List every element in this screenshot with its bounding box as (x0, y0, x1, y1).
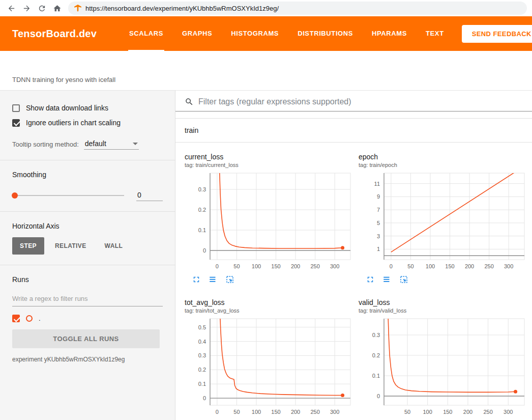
home-icon[interactable] (51, 2, 63, 14)
fit-domain-icon[interactable] (399, 275, 408, 284)
svg-text:100: 100 (423, 409, 432, 415)
expand-chart-icon[interactable] (366, 275, 375, 284)
nav-tabs: SCALARS GRAPHS HISTOGRAMS DISTRIBUTIONS … (128, 16, 462, 51)
axis-wall-button[interactable]: WALL (97, 237, 131, 255)
svg-text:0.2: 0.2 (198, 367, 206, 373)
show-download-links-checkbox[interactable]: Show data download links (12, 104, 163, 112)
axis-step-button[interactable]: STEP (12, 237, 44, 255)
svg-text:11: 11 (374, 181, 380, 187)
tooltip-sorting-value: default (85, 139, 106, 148)
chart-tag: tag: train/tot_avg_loss (185, 307, 355, 314)
svg-text:150: 150 (445, 263, 454, 269)
svg-text:0: 0 (216, 409, 219, 415)
svg-text:50: 50 (233, 263, 240, 269)
svg-text:250: 250 (484, 263, 493, 269)
tag-group-card: train current_loss tag: train/current_lo… (175, 118, 532, 420)
runs-filter-field (12, 292, 163, 306)
smoothing-label: Smoothing (12, 171, 163, 179)
svg-text:0.5: 0.5 (198, 324, 206, 330)
smoothing-slider[interactable] (12, 195, 124, 196)
checkbox-checked-icon[interactable] (12, 119, 20, 127)
tab-distributions[interactable]: DISTRIBUTIONS (297, 16, 354, 51)
chart-tag: tag: train/valid_loss (359, 307, 529, 314)
tag-group-header[interactable]: train (175, 119, 532, 143)
svg-text:300: 300 (330, 263, 339, 269)
fit-domain-icon[interactable] (225, 275, 234, 284)
scalar-chart-card-tot-avg-loss: tot_avg_loss tag: train/tot_avg_loss 050… (185, 298, 355, 420)
axis-relative-button[interactable]: RELATIVE (47, 237, 94, 255)
chart-title: tot_avg_loss (185, 298, 355, 306)
svg-text:0: 0 (203, 395, 206, 401)
chart-tag: tag: train/epoch (359, 162, 529, 168)
experiment-title-bar: TDNN training for yesno with icefall (0, 51, 532, 91)
svg-text:5: 5 (377, 220, 380, 226)
svg-text:0.4: 0.4 (198, 339, 206, 345)
chart-title: valid_loss (359, 298, 529, 306)
chart-plot[interactable]: 5010015020025030000.10.20.3 (359, 317, 527, 417)
charts-grid: current_loss tag: train/current_loss 050… (175, 143, 532, 420)
forward-icon[interactable] (20, 2, 33, 14)
svg-text:100: 100 (252, 409, 261, 415)
run-isolate-radio[interactable] (26, 315, 33, 322)
app-header: TensorBoard.dev SCALARS GRAPHS HISTOGRAM… (0, 16, 532, 51)
reload-icon[interactable] (36, 2, 48, 14)
log-scale-icon[interactable] (382, 275, 392, 284)
divider (0, 160, 175, 160)
tab-scalars[interactable]: SCALARS (128, 16, 164, 51)
scalars-panel: train current_loss tag: train/current_lo… (175, 91, 532, 420)
svg-text:200: 200 (463, 409, 472, 415)
url-text: https://tensorboard.dev/experiment/yKUbh… (85, 5, 279, 12)
address-bar[interactable]: https://tensorboard.dev/experiment/yKUbh… (68, 2, 527, 15)
chevron-down-icon (133, 143, 138, 145)
toggle-all-runs-button[interactable]: TOGGLE ALL RUNS (12, 329, 160, 348)
runs-label: Runs (12, 275, 163, 284)
slider-thumb[interactable] (12, 192, 18, 199)
chart-plot[interactable]: 0501001502002503001357911 (359, 171, 527, 272)
tab-hparams[interactable]: HPARAMS (371, 16, 408, 51)
checkbox-icon[interactable] (12, 104, 20, 112)
tooltip-sorting-select[interactable]: default (84, 138, 139, 150)
chart-plot[interactable]: 05010015020025030000.10.20.30.40.5 (185, 317, 353, 417)
svg-text:250: 250 (483, 409, 492, 415)
chart-plot[interactable]: 05010015020025030000.10.20.3 (185, 171, 353, 272)
svg-text:7: 7 (377, 207, 380, 213)
tag-filter-field (175, 91, 532, 111)
expand-chart-icon[interactable] (192, 275, 201, 284)
svg-text:150: 150 (271, 409, 280, 415)
scalar-chart-card-valid-loss: valid_loss tag: train/valid_loss 5010015… (359, 298, 529, 420)
svg-text:0.1: 0.1 (198, 381, 206, 387)
ignore-outliers-checkbox[interactable]: Ignore outliers in chart scaling (12, 119, 163, 127)
smoothing-value-field[interactable]: 0 (136, 190, 163, 201)
scalar-chart-card-current-loss: current_loss tag: train/current_loss 050… (185, 153, 355, 284)
experiment-title: TDNN training for yesno with icefall (12, 76, 115, 83)
svg-text:1: 1 (377, 246, 380, 252)
search-icon (185, 97, 194, 106)
tab-histograms[interactable]: HISTOGRAMS (230, 16, 280, 51)
tooltip-sorting-label: Tooltip sorting method: (12, 141, 79, 150)
svg-text:150: 150 (271, 263, 280, 269)
svg-text:0.3: 0.3 (198, 352, 206, 358)
svg-text:300: 300 (330, 409, 339, 415)
browser-toolbar: https://tensorboard.dev/experiment/yKUbh… (0, 0, 532, 16)
svg-text:250: 250 (310, 409, 319, 415)
run-row: . (12, 315, 163, 322)
svg-text:250: 250 (310, 263, 319, 269)
run-checkbox[interactable] (12, 315, 20, 322)
tab-text[interactable]: TEXT (425, 16, 445, 51)
run-name: . (39, 315, 41, 322)
settings-sidebar: Show data download links Ignore outliers… (0, 91, 175, 420)
log-scale-icon[interactable] (209, 275, 218, 284)
svg-text:200: 200 (291, 263, 300, 269)
runs-filter-input[interactable] (12, 295, 163, 302)
chart-toolbar (185, 275, 355, 284)
svg-text:0.2: 0.2 (198, 207, 206, 213)
tag-filter-input[interactable] (198, 97, 523, 106)
svg-text:0.1: 0.1 (198, 227, 206, 233)
chart-title: epoch (359, 153, 529, 161)
horizontal-axis-buttons: STEP RELATIVE WALL (12, 237, 163, 255)
send-feedback-button[interactable]: SEND FEEDBACK (462, 25, 532, 43)
divider (0, 265, 175, 265)
svg-text:0: 0 (216, 263, 219, 269)
tab-graphs[interactable]: GRAPHS (181, 16, 213, 51)
back-icon[interactable] (5, 2, 17, 14)
